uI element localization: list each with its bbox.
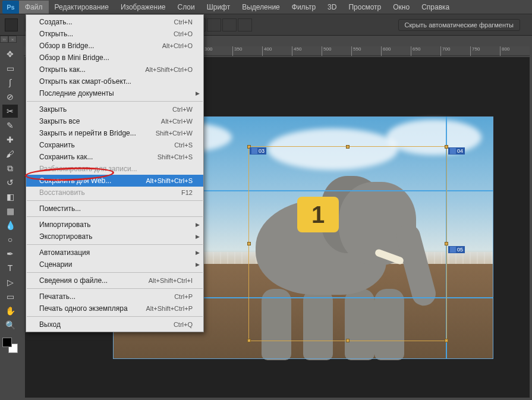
- menu-item[interactable]: Открыть...Ctrl+O: [26, 28, 203, 40]
- menu-item[interactable]: Сведения о файле...Alt+Shift+Ctrl+I: [26, 275, 203, 286]
- menu-item[interactable]: Последние документы: [26, 87, 203, 99]
- menu-item-shortcut: Ctrl+Q: [174, 321, 193, 328]
- menu-item[interactable]: Печать одного экземпляраAlt+Shift+Ctrl+P: [26, 303, 203, 314]
- menu-window[interactable]: Окно: [387, 1, 415, 14]
- menu-item: ВосстановитьF12: [26, 187, 203, 199]
- menu-item-shortcut: Alt+Ctrl+W: [161, 118, 193, 125]
- menu-item[interactable]: Сохранить как...Shift+Ctrl+S: [26, 151, 203, 163]
- menu-item[interactable]: ВыходCtrl+Q: [26, 319, 203, 330]
- ruler-tick: 800: [500, 46, 509, 56]
- menu-item-label: Автоматизация: [39, 248, 90, 257]
- slice-handle[interactable]: [346, 339, 350, 342]
- menu-item[interactable]: Открыть как...Alt+Shift+Ctrl+O: [26, 64, 203, 75]
- healing-tool-icon[interactable]: ✚: [2, 133, 18, 146]
- menu-item-label: Закрыть: [39, 105, 67, 114]
- stamp-tool-icon[interactable]: ⧉: [2, 162, 18, 175]
- menu-item-label: Открыть как...: [39, 65, 86, 74]
- slice-label-05[interactable]: 05: [448, 246, 465, 253]
- brush-tool-icon[interactable]: 🖌: [2, 147, 18, 160]
- blur-tool-icon[interactable]: 💧: [2, 219, 18, 232]
- dist-v3-icon[interactable]: [238, 18, 252, 32]
- menu-item[interactable]: ЗакрытьCtrl+W: [26, 103, 203, 115]
- lasso-tool-icon[interactable]: ʃ: [2, 76, 18, 89]
- slice-handle[interactable]: [247, 339, 251, 342]
- color-swatches[interactable]: [2, 338, 18, 353]
- menu-separator: [27, 316, 203, 317]
- ruler-tick: 650: [411, 46, 420, 56]
- type-tool-icon[interactable]: T: [2, 262, 18, 275]
- tool-preset-picker[interactable]: [5, 18, 18, 32]
- slice-tool-icon[interactable]: ✂: [2, 105, 18, 118]
- menu-item[interactable]: Печатать...Ctrl+P: [26, 291, 203, 303]
- ruler-tick: 450: [292, 46, 301, 56]
- zoom-tool-icon[interactable]: 🔍: [2, 319, 18, 332]
- menu-item[interactable]: Создать...Ctrl+N: [26, 16, 203, 28]
- menu-help[interactable]: Справка: [415, 1, 455, 14]
- menu-item-label: Обзор в Bridge...: [39, 42, 94, 50]
- menu-item-label: Открыть...: [39, 30, 73, 38]
- menu-file[interactable]: Файл: [19, 1, 49, 14]
- menu-layers[interactable]: Слои: [172, 1, 201, 14]
- menu-item-shortcut: Shift+Ctrl+S: [158, 153, 193, 160]
- file-menu-dropdown: Создать...Ctrl+NОткрыть...Ctrl+OОбзор в …: [26, 14, 204, 332]
- shape-tool-icon[interactable]: ▭: [2, 290, 18, 303]
- slice-handle[interactable]: [247, 242, 251, 245]
- menu-item[interactable]: Поместить...: [26, 203, 203, 215]
- menu-3d[interactable]: 3D: [322, 1, 342, 14]
- slice-label-04[interactable]: 04: [448, 147, 465, 155]
- hand-tool-icon[interactable]: ✋: [2, 304, 18, 317]
- menu-item[interactable]: СохранитьCtrl+S: [26, 139, 203, 151]
- menu-item-label: Закрыть и перейти в Bridge...: [39, 129, 136, 137]
- menu-item-label: Открыть как смарт-объект...: [39, 77, 131, 86]
- move-tool-icon[interactable]: ✥: [2, 48, 18, 61]
- history-brush-tool-icon[interactable]: ↺: [2, 176, 18, 189]
- menu-item[interactable]: Открыть как смарт-объект...: [26, 75, 203, 87]
- hide-auto-slices-button[interactable]: Скрыть автоматические фрагменты: [398, 19, 520, 31]
- menu-item[interactable]: Импортировать: [26, 219, 203, 231]
- ruler-tick: 400: [262, 46, 272, 56]
- menu-item[interactable]: Обзор в Bridge...Alt+Ctrl+O: [26, 40, 203, 52]
- menu-item-label: Импортировать: [39, 221, 90, 229]
- slice-handle[interactable]: [445, 339, 448, 342]
- dist-v2-icon[interactable]: [207, 18, 221, 32]
- foreground-color-swatch[interactable]: [2, 338, 12, 347]
- tool-strip: ✥ ▭ ʃ ⊘ ✂ ✎ ✚ 🖌 ⧉ ↺ ◧ ▦ 💧 ○ ✒ T ▷ ▭ ✋ 🔍: [0, 45, 20, 353]
- slice-handle[interactable]: [445, 242, 448, 245]
- menu-item-shortcut: Ctrl+O: [174, 30, 193, 37]
- eyedropper-tool-icon[interactable]: ✎: [2, 119, 18, 132]
- ruler-tick: 300: [203, 46, 212, 56]
- menu-item[interactable]: Сценарии: [26, 259, 203, 270]
- menu-edit[interactable]: Редактирование: [49, 1, 115, 14]
- menu-item-shortcut: F12: [181, 189, 193, 196]
- slice-label-03[interactable]: 03: [250, 147, 266, 155]
- menu-item-shortcut: Alt+Ctrl+O: [162, 42, 193, 49]
- menu-item[interactable]: Закрыть и перейти в Bridge...Shift+Ctrl+…: [26, 127, 203, 139]
- path-select-tool-icon[interactable]: ▷: [2, 276, 18, 289]
- menu-item[interactable]: Обзор в Mini Bridge...: [26, 52, 203, 64]
- menu-image[interactable]: Изображение: [115, 1, 172, 14]
- dist-h3-icon[interactable]: [222, 18, 237, 32]
- quick-select-tool-icon[interactable]: ⊘: [2, 90, 18, 103]
- marquee-tool-icon[interactable]: ▭: [2, 62, 18, 75]
- menu-filter[interactable]: Фильтр: [286, 1, 322, 14]
- gradient-tool-icon[interactable]: ▦: [2, 204, 18, 218]
- menu-type[interactable]: Шрифт: [201, 1, 236, 14]
- menu-item-label: Печать одного экземпляра: [39, 304, 128, 313]
- menu-item[interactable]: Закрыть всеAlt+Ctrl+W: [26, 115, 203, 127]
- menu-select[interactable]: Выделение: [236, 1, 286, 14]
- dodge-tool-icon[interactable]: ○: [2, 233, 18, 246]
- menu-separator: [27, 101, 203, 102]
- tool-tab-collapse-icon[interactable]: ››: [0, 36, 8, 43]
- slice-selected[interactable]: [248, 146, 447, 341]
- menu-item-label: Сценарии: [39, 260, 72, 269]
- menu-view[interactable]: Просмотр: [342, 1, 387, 14]
- tool-tab-close-icon[interactable]: ×: [8, 36, 17, 43]
- ruler-tick: 750: [470, 46, 480, 56]
- menu-item-label: Экспортировать: [39, 232, 93, 241]
- menu-item[interactable]: Автоматизация: [26, 247, 203, 259]
- eraser-tool-icon[interactable]: ◧: [2, 190, 18, 203]
- slice-handle[interactable]: [346, 145, 350, 149]
- menu-item[interactable]: Экспортировать: [26, 231, 203, 242]
- pen-tool-icon[interactable]: ✒: [2, 247, 18, 260]
- menu-item[interactable]: Сохранить для Web...Alt+Shift+Ctrl+S: [26, 175, 203, 187]
